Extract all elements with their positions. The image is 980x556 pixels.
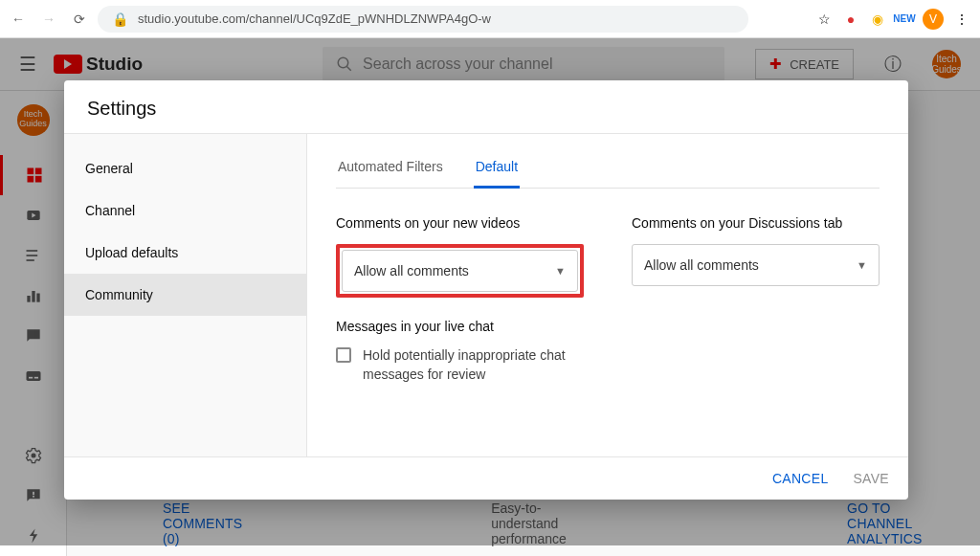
select-comments-new-videos[interactable]: Allow all comments ▼ <box>342 250 578 292</box>
label-comments-new-videos: Comments on your new videos <box>336 215 584 231</box>
dropdown-caret-icon: ▼ <box>857 259 867 271</box>
modal-tabs: Automated Filters Default <box>336 142 880 189</box>
modal-detail: Automated Filters Default Comments on yo… <box>307 134 908 456</box>
dropdown-caret-icon: ▼ <box>555 265 566 277</box>
reload-icon[interactable]: ⟳ <box>71 11 88 28</box>
nav-item-community[interactable]: Community <box>64 274 306 316</box>
modal-nav: General Channel Upload defaults Communit… <box>64 134 307 456</box>
nav-item-channel[interactable]: Channel <box>64 189 306 232</box>
browser-toolbar: ← → ⟳ 🔒 studio.youtube.com/channel/UCq9Z… <box>0 0 980 38</box>
omnibox[interactable]: 🔒 studio.youtube.com/channel/UCq9ZdE_pWN… <box>98 6 748 33</box>
label-live-chat: Messages in your live chat <box>336 319 584 334</box>
modal-footer: CANCEL SAVE <box>64 456 908 500</box>
profile-avatar[interactable]: V <box>923 9 944 30</box>
nav-item-upload-defaults[interactable]: Upload defaults <box>64 232 306 274</box>
checkbox-row-hold-messages[interactable]: Hold potentially inappropriate chat mess… <box>336 345 584 385</box>
select-value: Allow all comments <box>354 263 469 278</box>
select-value: Allow all comments <box>644 257 759 273</box>
ext-icon-2[interactable]: ◉ <box>869 11 886 28</box>
tab-default[interactable]: Default <box>474 142 520 189</box>
label-comments-discussions: Comments on your Discussions tab <box>632 215 880 231</box>
back-icon[interactable]: ← <box>10 11 27 28</box>
lock-icon: 🔒 <box>111 11 128 28</box>
kebab-icon[interactable]: ⋮ <box>953 11 970 28</box>
checkbox-label: Hold potentially inappropriate chat mess… <box>363 345 573 385</box>
settings-modal: Settings General Channel Upload defaults… <box>64 80 908 500</box>
select-comments-discussions[interactable]: Allow all comments ▼ <box>632 244 880 286</box>
nav-item-general[interactable]: General <box>64 147 306 189</box>
cancel-button[interactable]: CANCEL <box>772 471 829 486</box>
highlight-box: Allow all comments ▼ <box>336 244 584 298</box>
checkbox-icon[interactable] <box>336 347 351 363</box>
ext-icon-new[interactable]: NEW <box>896 11 913 28</box>
forward-icon[interactable]: → <box>40 11 57 28</box>
tab-automated-filters[interactable]: Automated Filters <box>336 142 445 188</box>
col-new-videos: Comments on your new videos Allow all co… <box>336 215 584 385</box>
ext-icon-1[interactable]: ● <box>842 11 859 28</box>
star-icon[interactable]: ☆ <box>815 11 833 28</box>
url-text: studio.youtube.com/channel/UCq9ZdE_pWNHD… <box>138 11 491 26</box>
modal-title: Settings <box>64 80 908 120</box>
col-discussions: Comments on your Discussions tab Allow a… <box>632 215 880 385</box>
save-button[interactable]: SAVE <box>853 471 889 486</box>
